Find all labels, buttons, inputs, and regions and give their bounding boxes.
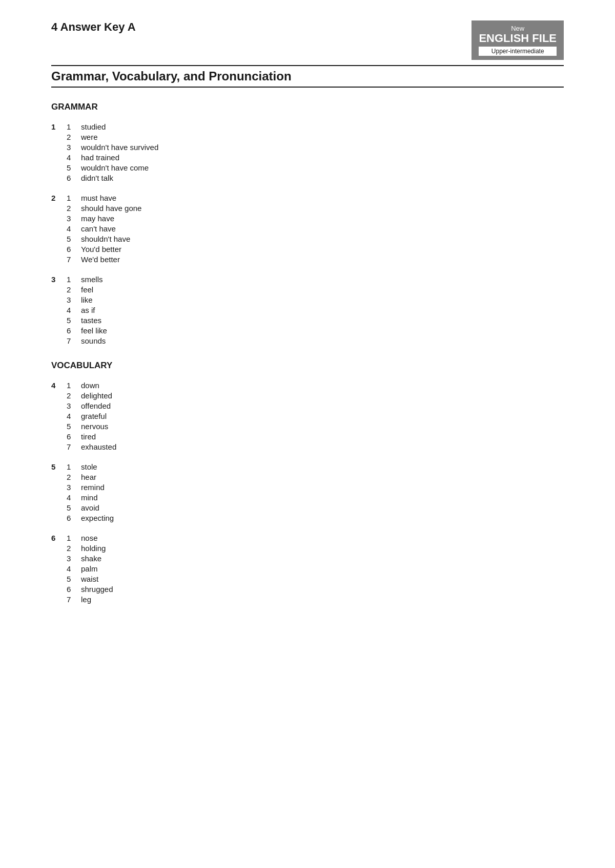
question-number-4: 4 xyxy=(51,381,67,451)
question-1-items: 1 studied 2 were 3 wouldn't have survive… xyxy=(67,122,158,182)
list-item: 1 smells xyxy=(67,275,107,284)
question-2-items: 1 must have 2 should have gone 3 may hav… xyxy=(67,194,141,264)
list-item: 2 delighted xyxy=(67,391,116,400)
list-item: 7 sounds xyxy=(67,336,107,345)
list-item: 5 tastes xyxy=(67,316,107,325)
list-item: 6 tired xyxy=(67,432,116,441)
list-item: 2 holding xyxy=(67,544,113,553)
list-item: 1 down xyxy=(67,381,116,390)
list-item: 2 feel xyxy=(67,285,107,294)
question-group-4: 4 1 down 2 delighted 3 offended 4 gratef… xyxy=(51,381,564,451)
logo-level: Upper-intermediate xyxy=(479,47,557,56)
list-item: 4 can't have xyxy=(67,224,141,233)
list-item: 6 You'd better xyxy=(67,245,141,253)
question-number-2: 2 xyxy=(51,194,67,264)
list-item: 1 must have xyxy=(67,194,141,202)
grammar-section: GRAMMAR 1 1 studied 2 were 3 wouldn't ha… xyxy=(51,102,564,345)
list-item: 2 hear xyxy=(67,473,114,481)
question-5-items: 1 stole 2 hear 3 remind 4 mind 5 avoid xyxy=(67,462,114,522)
list-item: 4 grateful xyxy=(67,412,116,420)
question-3-items: 1 smells 2 feel 3 like 4 as if 5 taste xyxy=(67,275,107,345)
vocabulary-section: VOCABULARY 4 1 down 2 delighted 3 offend… xyxy=(51,361,564,604)
vocabulary-heading: VOCABULARY xyxy=(51,361,564,371)
list-item: 7 exhausted xyxy=(67,442,116,451)
list-item: 4 had trained xyxy=(67,153,158,162)
list-item: 3 may have xyxy=(67,214,141,223)
question-group-6: 6 1 nose 2 holding 3 shake 4 palm xyxy=(51,534,564,604)
list-item: 1 nose xyxy=(67,534,113,542)
page-header: 4 Answer Key A New ENGLISH FILE Upper-in… xyxy=(51,20,564,60)
question-4-items: 1 down 2 delighted 3 offended 4 grateful… xyxy=(67,381,116,451)
list-item: 3 like xyxy=(67,295,107,304)
question-6-items: 1 nose 2 holding 3 shake 4 palm 5 wais xyxy=(67,534,113,604)
list-item: 1 studied xyxy=(67,122,158,131)
question-number-1: 1 xyxy=(51,122,67,182)
page-title: Grammar, Vocabulary, and Pronunciation xyxy=(51,65,564,88)
list-item: 7 We'd better xyxy=(67,255,141,264)
list-item: 6 shrugged xyxy=(67,585,113,594)
question-number-5: 5 xyxy=(51,462,67,522)
list-item: 5 nervous xyxy=(67,422,116,431)
list-item: 5 wouldn't have come xyxy=(67,163,158,172)
list-item: 2 should have gone xyxy=(67,204,141,213)
question-number-3: 3 xyxy=(51,275,67,345)
list-item: 3 remind xyxy=(67,483,114,492)
answer-key-title: 4 Answer Key A xyxy=(51,20,136,34)
list-item: 3 wouldn't have survived xyxy=(67,143,158,152)
vocabulary-questions: 4 1 down 2 delighted 3 offended 4 gratef… xyxy=(51,381,564,604)
list-item: 4 mind xyxy=(67,493,114,502)
list-item: 7 leg xyxy=(67,595,113,604)
list-item: 1 stole xyxy=(67,462,114,471)
grammar-questions: 1 1 studied 2 were 3 wouldn't have survi… xyxy=(51,122,564,345)
list-item: 5 waist xyxy=(67,575,113,583)
list-item: 5 avoid xyxy=(67,503,114,512)
question-group-1: 1 1 studied 2 were 3 wouldn't have survi… xyxy=(51,122,564,182)
grammar-heading: GRAMMAR xyxy=(51,102,564,112)
list-item: 4 as if xyxy=(67,306,107,314)
list-item: 3 shake xyxy=(67,554,113,563)
list-item: 3 offended xyxy=(67,401,116,410)
list-item: 6 feel like xyxy=(67,326,107,335)
question-group-3: 3 1 smells 2 feel 3 like 4 as if xyxy=(51,275,564,345)
question-group-2: 2 1 must have 2 should have gone 3 may h… xyxy=(51,194,564,264)
logo-new: New xyxy=(479,25,557,32)
question-group-5: 5 1 stole 2 hear 3 remind 4 mind xyxy=(51,462,564,522)
logo-box: New ENGLISH FILE Upper-intermediate xyxy=(471,20,564,60)
list-item: 6 didn't talk xyxy=(67,174,158,182)
list-item: 6 expecting xyxy=(67,514,114,522)
logo-english-file: ENGLISH FILE xyxy=(479,32,557,45)
list-item: 5 shouldn't have xyxy=(67,235,141,243)
question-number-6: 6 xyxy=(51,534,67,604)
list-item: 4 palm xyxy=(67,564,113,573)
list-item: 2 were xyxy=(67,133,158,141)
